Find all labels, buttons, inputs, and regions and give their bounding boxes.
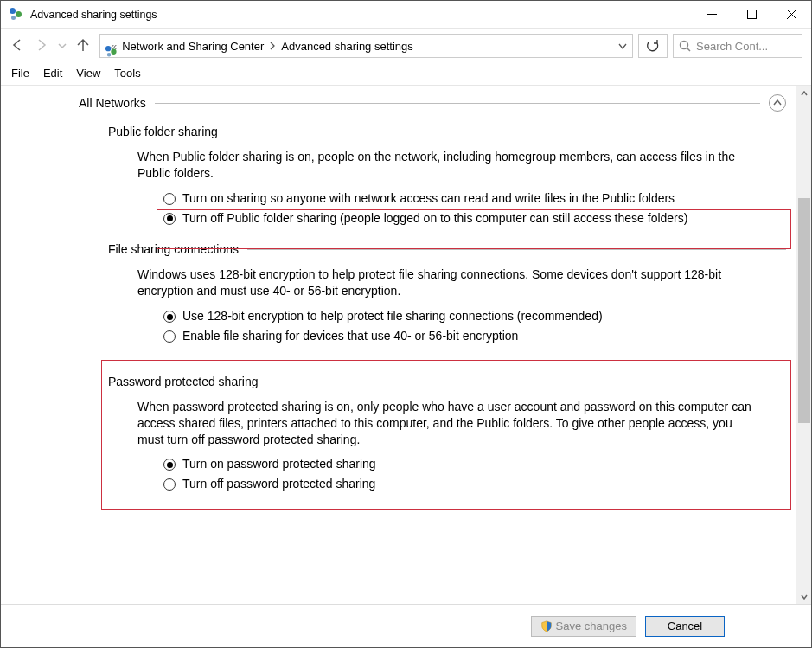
- cancel-button[interactable]: Cancel: [645, 616, 725, 637]
- vertical-scrollbar[interactable]: [796, 86, 811, 604]
- shield-icon: [540, 620, 553, 632]
- section-description: When password protected sharing is on, o…: [137, 399, 755, 448]
- back-button[interactable]: [10, 37, 25, 55]
- scroll-up-icon[interactable]: [796, 86, 811, 100]
- radio-public-sharing-off[interactable]: Turn off Public folder sharing (people l…: [163, 210, 786, 227]
- profile-header-all-networks[interactable]: All Networks: [79, 94, 786, 112]
- footer-buttons: Save changes Cancel: [1, 604, 811, 647]
- radio-label: Enable file sharing for devices that use…: [182, 328, 518, 344]
- menu-edit[interactable]: Edit: [43, 67, 62, 80]
- menu-tools[interactable]: Tools: [114, 67, 140, 80]
- breadcrumb-item[interactable]: Advanced sharing settings: [281, 40, 412, 53]
- radio-label: Turn off password protected sharing: [182, 476, 375, 492]
- section-password-protected-sharing: Password protected sharing When password…: [108, 360, 786, 510]
- window-title: Advanced sharing settings: [30, 9, 157, 21]
- navigation-toolbar: « Network and Sharing Center Advanced sh…: [1, 29, 811, 63]
- forward-button[interactable]: [34, 37, 49, 55]
- section-public-folder-sharing: Public folder sharing When Public folder…: [108, 124, 786, 226]
- radio-password-sharing-on[interactable]: Turn on password protected sharing: [163, 456, 781, 472]
- collapse-icon[interactable]: [769, 94, 786, 112]
- svg-rect-0: [747, 10, 756, 19]
- scroll-down-icon[interactable]: [796, 589, 811, 604]
- menu-bar: File Edit View Tools: [1, 63, 811, 86]
- network-center-icon: [10, 8, 23, 22]
- svg-point-1: [681, 42, 688, 49]
- scroll-thumb[interactable]: [798, 198, 810, 423]
- close-button[interactable]: [771, 1, 811, 28]
- radio-label: Use 128-bit encryption to help protect f…: [182, 308, 603, 324]
- radio-label: Turn on sharing so anyone with network a…: [182, 190, 675, 207]
- save-changes-button[interactable]: Save changes: [531, 616, 636, 637]
- radio-4056bit-encryption[interactable]: Enable file sharing for devices that use…: [163, 328, 786, 344]
- section-heading: File sharing connections: [108, 241, 239, 258]
- section-heading: Password protected sharing: [108, 374, 259, 390]
- radio-label: Turn off Public folder sharing (people l…: [182, 210, 687, 227]
- button-label: Save changes: [556, 619, 627, 632]
- section-file-sharing-connections: File sharing connections Windows uses 12…: [108, 241, 786, 343]
- up-button[interactable]: [75, 37, 91, 55]
- window-titlebar: Advanced sharing settings: [1, 1, 811, 29]
- content-pane: All Networks Public folder sharing When …: [1, 86, 796, 604]
- radio-public-sharing-on[interactable]: Turn on sharing so anyone with network a…: [163, 190, 786, 207]
- menu-file[interactable]: File: [11, 67, 29, 80]
- button-label: Cancel: [668, 619, 702, 632]
- search-icon: [679, 40, 691, 52]
- minimize-button[interactable]: [692, 1, 732, 28]
- breadcrumb-item[interactable]: Network and Sharing Center: [122, 40, 264, 53]
- menu-view[interactable]: View: [76, 67, 100, 80]
- search-input[interactable]: Search Cont...: [673, 34, 802, 58]
- chevron-right-icon: [269, 40, 276, 53]
- chevron-down-icon[interactable]: [618, 40, 627, 53]
- recent-dropdown[interactable]: [58, 40, 67, 53]
- radio-label: Turn on password protected sharing: [182, 456, 376, 472]
- refresh-button[interactable]: [638, 34, 668, 58]
- radio-128bit-encryption[interactable]: Use 128-bit encryption to help protect f…: [163, 308, 786, 324]
- section-heading: Public folder sharing: [108, 124, 218, 140]
- section-description: When Public folder sharing is on, people…: [137, 149, 760, 182]
- address-bar[interactable]: « Network and Sharing Center Advanced sh…: [99, 34, 633, 58]
- search-placeholder: Search Cont...: [696, 40, 768, 53]
- radio-password-sharing-off[interactable]: Turn off password protected sharing: [163, 476, 781, 492]
- maximize-button[interactable]: [732, 1, 771, 28]
- profile-label: All Networks: [79, 95, 146, 112]
- section-description: Windows uses 128-bit encryption to help …: [137, 266, 760, 299]
